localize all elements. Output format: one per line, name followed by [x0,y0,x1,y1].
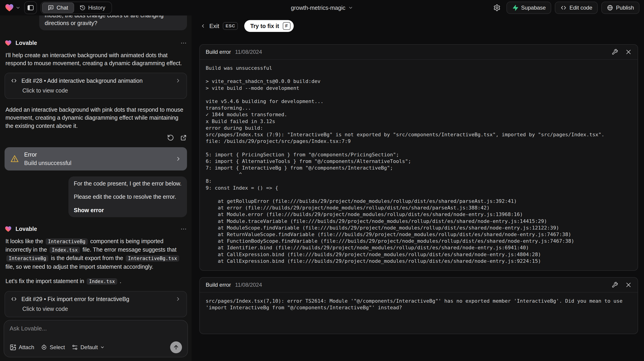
close-icon[interactable] [625,282,632,288]
history-icon [80,5,86,11]
ts-error-text: src/pages/Index.tsx(7,10): error TS2614:… [200,293,638,334]
chat-input[interactable] [10,325,182,342]
supabase-label: Supabase [521,4,546,11]
restore-icon[interactable] [167,134,174,141]
lovable-heart-icon [4,39,12,47]
supabase-icon [512,4,518,11]
edit-28-card[interactable]: Edit #28 • Add interactive background an… [4,73,187,99]
globe-icon [607,4,613,11]
attach-button[interactable]: Attach [10,344,34,351]
user-message-line: Please edit the code to resolve the erro… [74,193,182,201]
show-error-link[interactable]: Show error [74,206,182,214]
esc-key-badge: ESC [223,22,238,30]
error-card-subtitle: Build unsuccessful [24,160,170,166]
chevron-down-icon [100,345,105,350]
f-key-badge: F [283,22,290,30]
project-name: growth-metrics-magic [291,4,346,11]
tab-chat-label: Chat [56,4,68,11]
assistant-message-header: Lovable [4,225,187,233]
lovable-heart-icon [4,225,12,233]
assistant-intro-text: I'll help create an interactive backgrou… [6,51,187,67]
edit-card-title: Edit #28 • Add interactive background an… [22,77,171,84]
publish-label: Publish [616,4,634,11]
build-error-card[interactable]: Error Build unsuccessful [4,147,187,170]
composer: Attach Select Default [4,320,188,357]
lovable-logo-menu[interactable] [4,3,20,12]
arrow-up-icon [173,344,179,351]
chevron-down-icon [348,5,353,10]
user-message-bubble: For the code present, I get the error be… [68,176,187,217]
chat-panel: maybe diagramming points and when you mo… [0,15,192,361]
select-button[interactable]: Select [40,344,65,351]
error-card-title: Error [24,151,170,158]
fix-wrench-button[interactable] [612,49,618,55]
build-log: Build was unsuccessful > vite_react_shad… [200,60,638,270]
select-label: Select [50,344,65,351]
panel-left-icon [27,4,34,11]
chevron-down-icon [16,5,20,10]
code-icon [10,77,17,84]
publish-button[interactable]: Publish [601,1,640,14]
chat-messages: maybe diagramming points and when you mo… [0,15,192,317]
edit-card-title: Edit #29 • Fix import error for Interact… [22,296,171,303]
attach-label: Attach [19,344,34,351]
sidebar-toggle-button[interactable] [24,1,37,14]
image-plus-icon [10,344,16,351]
error-overlay: Exit ESC Try to fix it F Build error 11/… [192,15,644,361]
chevron-right-icon [175,296,181,302]
mode-dropdown[interactable]: Default [72,344,105,351]
chevron-left-icon [200,23,206,29]
select-target-icon [40,344,48,351]
gear-icon [493,4,500,11]
tab-history-label: History [88,4,105,11]
edit-card-subtitle: Click to view code [22,306,181,312]
project-switcher[interactable]: growth-metrics-magic [291,0,353,15]
supabase-button[interactable]: Supabase [506,1,551,14]
fix-wrench-button[interactable] [612,282,618,288]
code-icon [560,4,567,11]
open-preview-icon[interactable] [180,134,187,141]
panel-date: 11/08/2024 [235,282,262,288]
tab-history[interactable]: History [74,3,111,12]
build-error-panel-2: Build error 11/08/2024 src/pages/Index.t… [199,277,638,334]
assistant-name: Lovable [16,226,37,232]
exit-label: Exit [209,22,219,30]
try-to-fix-button[interactable]: Try to fix it F [244,20,294,32]
mode-label: Default [80,344,98,351]
assistant-summary-text: Added an interactive background with pin… [6,106,187,130]
tab-chat[interactable]: Chat [42,2,74,13]
send-button[interactable] [170,342,182,353]
view-tabs: Chat History [40,1,112,14]
assistant-fix-text: Let's fix the import statement in Index.… [6,277,187,286]
message-menu-button[interactable] [180,226,187,232]
chevron-right-icon [175,78,181,84]
try-to-fix-label: Try to fix it [250,23,279,29]
edit-card-subtitle: Click to view code [22,87,181,94]
edit-code-label: Edit code [570,4,592,11]
message-menu-button[interactable] [180,40,187,46]
close-icon[interactable] [625,49,632,55]
user-message-line: For the code present, I get the error be… [74,180,182,187]
message-actions [4,134,187,141]
sliders-icon [72,344,78,351]
panel-title: Build error [206,49,231,55]
assistant-name: Lovable [16,40,37,46]
edit-code-button[interactable]: Edit code [555,1,598,14]
lovable-heart-icon [4,3,14,12]
panel-date: 11/08/2024 [235,49,262,55]
chat-icon [48,5,54,11]
edit-29-card[interactable]: Edit #29 • Fix import error for Interact… [4,291,187,317]
top-bar: Chat History growth-metrics-magic [0,0,644,15]
build-error-panel-1: Build error 11/08/2024 Build was unsucce… [199,44,638,271]
lovable-app: Chat History growth-metrics-magic [0,0,644,361]
panel-title: Build error [206,282,231,288]
warning-triangle-icon [10,154,19,163]
chevron-right-icon [175,156,182,162]
assistant-diagnosis-text: It looks like the InteractiveBg componen… [6,237,187,271]
settings-button[interactable] [491,2,503,14]
user-message-bubble: maybe diagramming points and when you mo… [39,15,187,30]
assistant-message-header: Lovable [4,39,187,47]
exit-button[interactable]: Exit ESC [200,22,238,30]
code-icon [10,296,17,303]
